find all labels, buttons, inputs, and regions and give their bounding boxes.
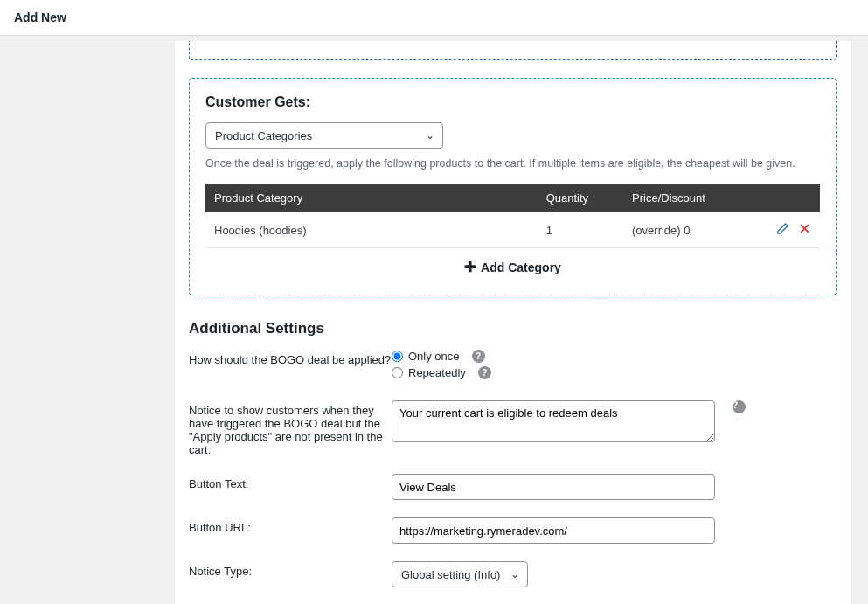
category-type-select[interactable]: Product Categories xyxy=(205,122,443,149)
category-type-select-wrap: Product Categories ⌄ xyxy=(205,122,443,149)
button-url-input[interactable] xyxy=(392,517,715,544)
row-notice: Notice to show customers when they have … xyxy=(189,400,837,456)
edit-icon[interactable] xyxy=(776,222,789,238)
field-notice-type: Global setting (Info) ⌄ xyxy=(392,561,837,587)
radio-repeatedly-label: Repeatedly xyxy=(408,366,466,379)
col-header-category: Product Category xyxy=(205,184,538,212)
row-button-url: Button URL: xyxy=(189,517,837,544)
button-text-input[interactable] xyxy=(392,474,715,500)
customer-gets-help: Once the deal is triggered, apply the fo… xyxy=(205,157,820,170)
field-apply-mode: Only once ? Repeatedly ? xyxy=(392,350,837,383)
table-row: Hoodies (hoodies) 1 (override) 0 xyxy=(205,212,820,248)
topbar: Add New xyxy=(0,0,868,36)
field-notice: ? xyxy=(392,400,837,442)
help-icon[interactable]: ? xyxy=(478,366,491,379)
content-panel: Customer Gets: Product Categories ⌄ Once… xyxy=(175,41,851,604)
customer-gets-title: Customer Gets: xyxy=(205,94,820,110)
main-area: Customer Gets: Product Categories ⌄ Once… xyxy=(0,41,868,604)
field-button-text xyxy=(392,474,837,500)
col-header-actions xyxy=(759,184,820,212)
label-button-text: Button Text: xyxy=(189,474,392,490)
field-button-url xyxy=(392,517,837,544)
cell-quantity: 1 xyxy=(538,212,623,248)
radio-repeatedly[interactable] xyxy=(392,367,403,378)
row-apply-mode: How should the BOGO deal be applied? Onl… xyxy=(189,350,837,383)
add-category-button[interactable]: ✚Add Category xyxy=(205,248,820,275)
col-header-quantity: Quantity xyxy=(538,184,623,212)
page-title: Add New xyxy=(14,10,854,24)
additional-settings-title: Additional Settings xyxy=(189,320,837,337)
label-notice-type: Notice Type: xyxy=(189,561,392,578)
customer-gets-box: Customer Gets: Product Categories ⌄ Once… xyxy=(189,78,837,295)
cell-category: Hoodies (hoodies) xyxy=(205,212,538,248)
help-icon[interactable]: ? xyxy=(733,400,746,413)
label-notice: Notice to show customers when they have … xyxy=(189,400,392,456)
row-button-text: Button Text: xyxy=(189,474,837,500)
customer-buys-box-edge xyxy=(189,41,837,60)
radio-only-once-label: Only once xyxy=(408,350,460,363)
category-table: Product Category Quantity Price/Discount… xyxy=(205,184,820,248)
cell-price: (override) 0 xyxy=(623,212,759,248)
notice-type-select[interactable]: Global setting (Info) xyxy=(392,561,528,587)
label-apply-mode: How should the BOGO deal be applied? xyxy=(189,350,392,366)
delete-icon[interactable] xyxy=(798,222,811,238)
cell-actions xyxy=(759,212,820,248)
notice-textarea[interactable] xyxy=(392,400,715,442)
plus-icon: ✚ xyxy=(464,260,476,274)
help-icon[interactable]: ? xyxy=(472,350,485,363)
row-notice-type: Notice Type: Global setting (Info) ⌄ xyxy=(189,561,837,587)
radio-only-once[interactable] xyxy=(392,351,403,362)
add-category-label: Add Category xyxy=(481,260,561,274)
col-header-price: Price/Discount xyxy=(623,184,759,212)
label-button-url: Button URL: xyxy=(189,517,392,534)
